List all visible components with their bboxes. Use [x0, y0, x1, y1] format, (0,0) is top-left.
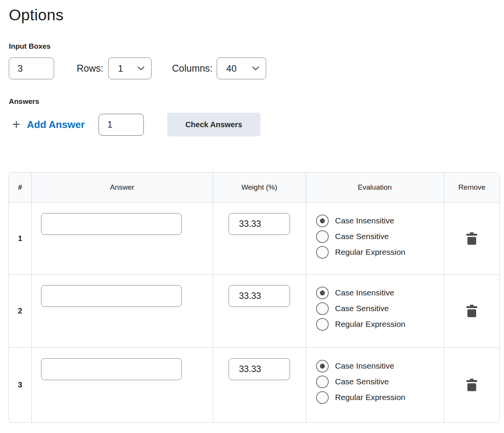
radio-regular-expression[interactable]: Regular Expression: [316, 318, 444, 331]
trash-icon: [466, 240, 477, 246]
radio-case-insensitive[interactable]: Case Insensitive: [316, 287, 444, 299]
answers-table: # Answer Weight (%) Evaluation Remove 1: [8, 172, 500, 423]
answer-input[interactable]: [41, 358, 182, 380]
remove-row-button[interactable]: [465, 377, 479, 393]
header-weight: Weight (%): [213, 172, 306, 202]
radio-regular-expression[interactable]: Regular Expression: [316, 391, 444, 404]
rows-select[interactable]: 1: [108, 57, 152, 79]
radio-icon: [316, 230, 329, 243]
options-page: Options Input Boxes Rows: 1 Columns: 40 …: [0, 0, 504, 423]
columns-select[interactable]: 40: [217, 57, 266, 79]
radio-icon: [316, 318, 329, 331]
rows-label: Rows:: [77, 63, 103, 74]
table-row: 3 Case Insensitive Cas: [9, 348, 500, 422]
answers-controls-row: + Add Answer Check Answers: [9, 113, 499, 136]
input-boxes-count-field[interactable]: [9, 57, 54, 79]
radio-icon: [316, 376, 329, 388]
remove-row-button[interactable]: [465, 231, 479, 246]
radio-icon: [316, 287, 329, 299]
trash-icon: [466, 387, 477, 392]
radio-case-sensitive[interactable]: Case Sensitive: [316, 230, 444, 243]
remove-row-button[interactable]: [465, 303, 479, 319]
table-row: 2 Case Insensitive Cas: [9, 274, 500, 348]
input-boxes-label: Input Boxes: [9, 42, 499, 51]
add-answer-button[interactable]: + Add Answer: [9, 118, 85, 131]
plus-icon: +: [12, 118, 20, 131]
answers-count-field[interactable]: [99, 114, 144, 136]
radio-regular-expression[interactable]: Regular Expression: [316, 246, 444, 259]
table-header-row: # Answer Weight (%) Evaluation Remove: [9, 172, 500, 202]
page-title: Options: [9, 6, 499, 24]
columns-label: Columns:: [172, 63, 212, 74]
radio-case-insensitive[interactable]: Case Insensitive: [316, 360, 444, 372]
radio-icon: [316, 302, 329, 315]
row-number: 3: [9, 348, 31, 422]
chevron-down-icon: [137, 65, 145, 72]
add-answer-label: Add Answer: [27, 119, 85, 131]
header-answer: Answer: [31, 172, 213, 202]
rows-select-value: 1: [118, 63, 123, 74]
answer-input[interactable]: [41, 285, 182, 307]
columns-select-value: 40: [226, 63, 237, 74]
chevron-down-icon: [252, 65, 259, 72]
table-row: 1 Case Insensitive Cas: [9, 202, 500, 274]
radio-case-sensitive[interactable]: Case Sensitive: [316, 302, 444, 315]
row-number: 2: [9, 274, 31, 348]
weight-input[interactable]: [229, 285, 290, 307]
radio-icon: [316, 360, 329, 372]
radio-icon: [316, 246, 329, 259]
radio-icon: [316, 215, 329, 227]
radio-case-insensitive[interactable]: Case Insensitive: [316, 215, 444, 227]
answers-label: Answers: [9, 97, 499, 106]
radio-case-sensitive[interactable]: Case Sensitive: [316, 376, 444, 388]
input-boxes-row: Rows: 1 Columns: 40: [9, 57, 499, 79]
header-remove: Remove: [444, 172, 500, 202]
answer-input[interactable]: [41, 213, 182, 235]
check-answers-button[interactable]: Check Answers: [167, 113, 260, 136]
weight-input[interactable]: [229, 358, 290, 380]
row-number: 1: [9, 202, 31, 274]
trash-icon: [466, 313, 477, 318]
header-number: #: [9, 172, 31, 202]
header-evaluation: Evaluation: [306, 172, 444, 202]
weight-input[interactable]: [229, 213, 290, 235]
radio-icon: [316, 391, 329, 404]
